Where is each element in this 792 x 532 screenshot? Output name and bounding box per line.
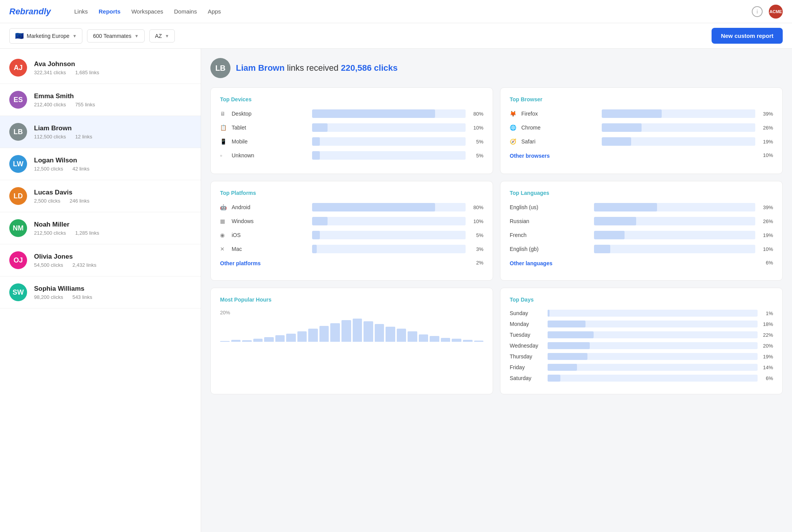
other-languages-label[interactable]: Other languages — [510, 260, 755, 266]
brand-logo[interactable]: Rebrandly — [9, 7, 56, 17]
other-browsers-label[interactable]: Other browsers — [510, 153, 755, 159]
platform-row: ✕ Mac 3% — [220, 245, 483, 253]
teammates-filter[interactable]: 600 Teammates ▼ — [87, 29, 144, 43]
platform-pct: 10% — [469, 218, 483, 224]
user-name: Noah Miller — [34, 221, 191, 228]
user-item[interactable]: NM Noah Miller 212,500 clicks 1,285 link… — [0, 212, 201, 244]
stats-grid: Top Devices 🖥 Desktop 80% 📋 Tablet 10% 📱… — [210, 87, 783, 394]
nav-link-domains[interactable]: Domains — [174, 8, 197, 15]
nav-link-apps[interactable]: Apps — [208, 8, 221, 15]
language-label: English (us) — [510, 204, 590, 210]
user-item[interactable]: SW Sophia Williams 98,200 clicks 543 lin… — [0, 276, 201, 309]
top-days-rows: Sunday 1% Monday 18% Tuesday 22% Wednesd… — [510, 310, 773, 382]
platform-bar — [312, 203, 435, 211]
device-bar-wrap — [312, 137, 466, 146]
day-row: Saturday 6% — [510, 375, 773, 382]
info-icon[interactable]: i — [752, 6, 763, 17]
user-avatar: OJ — [9, 251, 27, 269]
day-pct: 19% — [761, 354, 773, 360]
day-bar-wrap — [548, 353, 758, 360]
hour-bar — [308, 329, 318, 342]
device-bar — [312, 123, 328, 132]
device-label: Tablet — [232, 124, 308, 131]
top-languages-title: Top Languages — [510, 190, 773, 196]
selected-user-title: Liam Brown links received 220,586 clicks — [236, 63, 398, 73]
nav-links: Links Reports Workspaces Domains Apps — [74, 8, 739, 15]
hour-bar — [330, 323, 340, 342]
user-info: Ava Johnson 322,341 clicks 1,685 links — [34, 60, 191, 75]
hours-pct: 20% — [220, 310, 483, 315]
user-clicks: 54,500 clicks — [34, 262, 63, 268]
user-item[interactable]: ES Emma Smith 212,400 clicks 755 links — [0, 84, 201, 116]
user-avatar: SW — [9, 283, 27, 301]
platform-label: iOS — [232, 232, 308, 238]
language-bar — [594, 231, 625, 239]
user-name: Olivia Jones — [34, 253, 191, 261]
teammates-label: 600 Teammates — [93, 33, 131, 39]
platform-bar-wrap — [312, 245, 466, 253]
user-avatar: NM — [9, 219, 27, 237]
platform-bar-wrap — [312, 231, 466, 239]
user-name: Emma Smith — [34, 92, 191, 100]
other-platforms-label[interactable]: Other platforms — [220, 260, 466, 266]
az-filter[interactable]: AZ ▼ — [149, 29, 175, 43]
language-bar — [594, 245, 610, 253]
hour-bar — [419, 334, 428, 342]
browser-row: 🌐 Chrome 26% — [510, 123, 773, 132]
browser-row: 🧭 Safari 19% — [510, 137, 773, 146]
new-report-button[interactable]: New custom report — [712, 28, 783, 44]
nav-link-reports[interactable]: Reports — [99, 8, 121, 15]
user-links: 543 links — [72, 294, 92, 300]
user-item[interactable]: LW Logan Wilson 12,500 clicks 42 links — [0, 148, 201, 180]
day-bar — [548, 342, 590, 349]
language-pct: 19% — [759, 232, 773, 238]
language-bar-wrap — [594, 217, 755, 225]
platform-label: Windows — [232, 218, 308, 224]
user-links: 755 links — [75, 102, 95, 107]
hour-bar — [386, 327, 395, 342]
user-avatar: AJ — [9, 59, 27, 77]
account-avatar[interactable]: ACME — [769, 5, 783, 19]
day-label: Sunday — [510, 310, 544, 316]
nav-link-workspaces[interactable]: Workspaces — [131, 8, 163, 15]
user-links: 2,432 links — [72, 262, 96, 268]
platform-bar — [312, 231, 320, 239]
main-layout: AJ Ava Johnson 322,341 clicks 1,685 link… — [0, 49, 792, 532]
top-devices-rows: 🖥 Desktop 80% 📋 Tablet 10% 📱 Mobile 5% ▫… — [220, 109, 483, 160]
top-days-title: Top Days — [510, 297, 773, 303]
browser-label: Chrome — [521, 124, 598, 131]
device-pct: 10% — [469, 125, 483, 131]
most-popular-hours-title: Most Popular Hours — [220, 297, 483, 303]
user-links: 42 links — [72, 166, 89, 172]
user-clicks: 2,500 clicks — [34, 198, 60, 204]
day-row: Monday 18% — [510, 321, 773, 327]
platform-row: 🤖 Android 80% — [220, 203, 483, 211]
user-item[interactable]: AJ Ava Johnson 322,341 clicks 1,685 link… — [0, 52, 201, 84]
platform-icon: ✕ — [220, 246, 228, 252]
user-stats: 112,500 clicks 12 links — [34, 134, 191, 140]
device-icon: ▫ — [220, 152, 228, 159]
hour-bar — [275, 335, 285, 342]
user-stats: 98,200 clicks 543 links — [34, 294, 191, 300]
day-label: Wednesday — [510, 343, 544, 349]
workspace-filter[interactable]: 🇪🇺 Marketing Europe ▼ — [9, 28, 82, 44]
user-item[interactable]: LD Lucas Davis 2,500 clicks 246 links — [0, 180, 201, 212]
browser-bar-wrap — [602, 109, 755, 118]
users-list: AJ Ava Johnson 322,341 clicks 1,685 link… — [0, 49, 201, 532]
user-name: Sophia Williams — [34, 285, 191, 293]
browser-pct: 39% — [759, 111, 773, 117]
user-avatar: LW — [9, 155, 27, 173]
language-pct: 26% — [759, 218, 773, 224]
user-item[interactable]: LB Liam Brown 112,500 clicks 12 links — [0, 116, 201, 148]
platform-row: ◉ iOS 5% — [220, 231, 483, 239]
nav-link-links[interactable]: Links — [74, 8, 88, 15]
hour-bar — [341, 320, 351, 342]
language-label: English (gb) — [510, 246, 590, 252]
device-bar-wrap — [312, 123, 466, 132]
user-item[interactable]: OJ Olivia Jones 54,500 clicks 2,432 link… — [0, 244, 201, 276]
language-row: Russian 26% — [510, 217, 773, 225]
user-stats: 322,341 clicks 1,685 links — [34, 70, 191, 75]
device-label: Desktop — [232, 111, 308, 117]
other-platforms-row: Other platforms 2% — [220, 259, 483, 266]
language-row: English (us) 39% — [510, 203, 773, 211]
